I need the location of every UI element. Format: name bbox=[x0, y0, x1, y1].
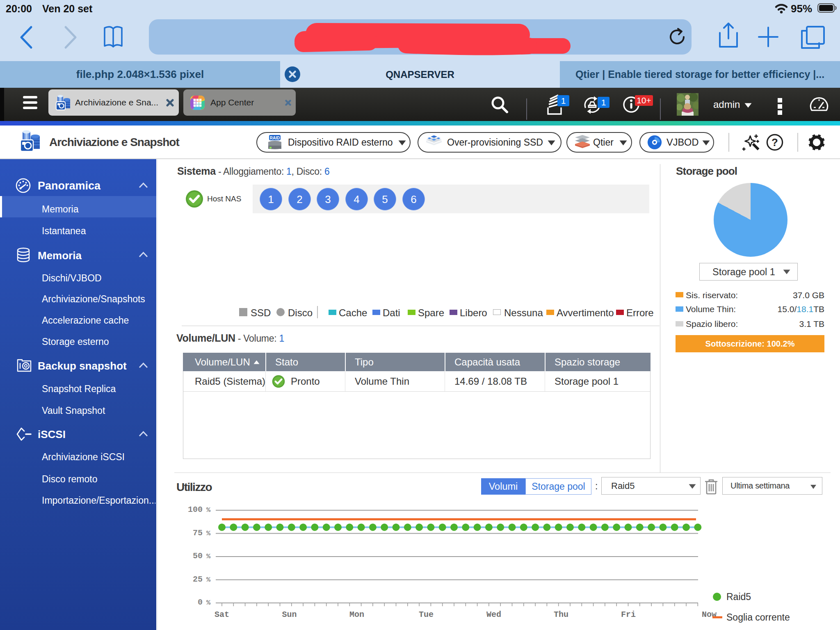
svg-text:Wed: Wed bbox=[486, 610, 501, 619]
svg-text:Tue: Tue bbox=[419, 610, 434, 619]
svg-text:%: % bbox=[206, 506, 211, 514]
svg-text:Sun: Sun bbox=[282, 610, 297, 619]
svg-text:Fri: Fri bbox=[621, 610, 636, 619]
svg-text:95%: 95% bbox=[791, 2, 812, 14]
svg-text:Mon: Mon bbox=[349, 610, 364, 619]
svg-text:Soglia corrente: Soglia corrente bbox=[726, 612, 790, 623]
svg-text:RAID: RAID bbox=[270, 136, 280, 140]
svg-text:%: % bbox=[206, 576, 211, 584]
svg-text:100: 100 bbox=[188, 505, 203, 514]
svg-text:25: 25 bbox=[193, 575, 203, 584]
svg-text:%: % bbox=[206, 530, 211, 537]
svg-text:%: % bbox=[206, 599, 211, 607]
svg-text:50: 50 bbox=[193, 551, 203, 561]
svg-text:0: 0 bbox=[198, 598, 203, 607]
svg-text:?: ? bbox=[772, 137, 778, 148]
svg-text:75: 75 bbox=[193, 528, 203, 538]
svg-text:Sat: Sat bbox=[215, 610, 229, 619]
svg-text:Raid5: Raid5 bbox=[726, 591, 751, 602]
svg-text:%: % bbox=[206, 552, 211, 560]
svg-text:Thu: Thu bbox=[554, 610, 568, 619]
